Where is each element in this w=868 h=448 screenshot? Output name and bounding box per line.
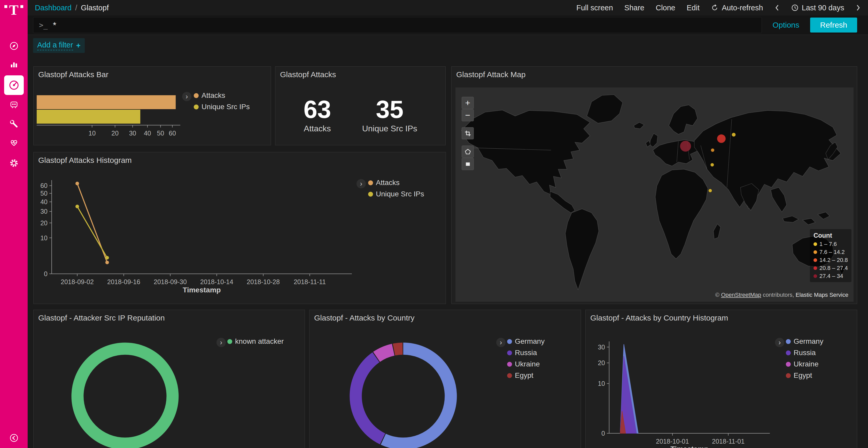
legend-toggle-button[interactable]: ›: [356, 179, 366, 188]
sidebar-item-visualize[interactable]: [9, 59, 19, 69]
data-point[interactable]: [75, 205, 79, 208]
legend-toggle-button[interactable]: ›: [216, 338, 226, 347]
legend-label: Attacks: [202, 91, 225, 100]
legend-label: Ukraine: [515, 360, 540, 368]
legend-item[interactable]: Germany: [507, 337, 545, 346]
legend-toggle-button[interactable]: ›: [182, 92, 191, 101]
chart-legend: AttacksUnique Src IPs: [194, 91, 250, 111]
y-tick-label: 0: [44, 270, 48, 277]
fit-bounds-button[interactable]: [462, 127, 474, 139]
share-button[interactable]: Share: [624, 4, 644, 12]
legend-item[interactable]: Ukraine: [507, 360, 545, 368]
options-link[interactable]: Options: [773, 21, 799, 29]
clock-icon: [791, 4, 799, 12]
map-marker[interactable]: [717, 134, 726, 143]
continents: [461, 95, 845, 290]
legend-label: Russia: [515, 349, 537, 357]
line-chart[interactable]: 01020304050602018-09-022018-09-162018-09…: [34, 152, 445, 304]
bar-Unique Src IPs[interactable]: [37, 110, 140, 124]
full-screen-button[interactable]: Full screen: [576, 4, 613, 12]
map-legend-dot: [813, 250, 817, 254]
map-legend-dot: [813, 266, 817, 270]
add-filter-link[interactable]: Add a filter +: [33, 38, 85, 53]
legend-label: Germany: [515, 337, 545, 346]
legend-toggle-button[interactable]: ›: [775, 338, 784, 347]
map-marker[interactable]: [710, 163, 714, 167]
metric-value: 35: [362, 97, 417, 122]
breadcrumb-separator: /: [75, 4, 77, 12]
legend-item[interactable]: Egypt: [507, 371, 545, 380]
x-tick-label: 20: [111, 130, 119, 137]
bar-chart[interactable]: 102030405060: [37, 94, 181, 140]
legend-item[interactable]: Attacks: [194, 91, 250, 100]
donut-chart[interactable]: [348, 341, 458, 448]
x-tick-label: 10: [88, 130, 96, 137]
edit-button[interactable]: Edit: [687, 4, 700, 12]
legend-item[interactable]: Attacks: [368, 179, 424, 187]
legend-item[interactable]: Unique Src IPs: [194, 103, 250, 111]
elastic-maps-service-text: Elastic Maps Service: [796, 291, 848, 298]
heartbeat-icon: [9, 138, 19, 148]
mask-icon: [9, 99, 19, 110]
data-point[interactable]: [105, 256, 109, 260]
map-marker[interactable]: [680, 141, 691, 152]
series-line-Unique Src IPs[interactable]: [77, 206, 107, 258]
sidebar-item-monitoring[interactable]: [9, 138, 19, 148]
crop-icon: [464, 130, 471, 137]
telekom-logo[interactable]: T: [0, 3, 28, 17]
polygon-select-button[interactable]: [462, 145, 474, 158]
legend-item[interactable]: Ukraine: [786, 360, 823, 368]
legend-item[interactable]: Germany: [786, 337, 823, 346]
legend-dot: [507, 339, 512, 344]
data-point[interactable]: [75, 182, 79, 185]
legend-dot: [368, 192, 373, 197]
legend-dot: [368, 180, 373, 185]
refresh-button[interactable]: Refresh: [810, 18, 857, 33]
legend-item[interactable]: Unique Src IPs: [368, 190, 424, 198]
legend-dot: [786, 350, 791, 355]
donut-chart[interactable]: [70, 341, 180, 448]
y-tick-label: 30: [40, 208, 48, 215]
map-marker[interactable]: [732, 133, 736, 137]
sidebar-item-management[interactable]: [9, 158, 19, 168]
y-tick-label: 50: [40, 190, 48, 197]
zoom-out-button[interactable]: −: [462, 109, 474, 121]
time-back-button[interactable]: [774, 4, 780, 12]
sidebar-item-dev-tools[interactable]: [9, 119, 19, 129]
kibana-dashboard: { "ui": { "legend_toggle": "›" }, "color…: [0, 0, 868, 448]
zoom-in-button[interactable]: +: [462, 97, 474, 109]
sidebar-item-dashboard-active[interactable]: [4, 75, 24, 95]
map-marker[interactable]: [708, 189, 712, 193]
rectangle-select-button[interactable]: [462, 158, 474, 170]
copyright-symbol: ©: [715, 291, 719, 298]
map-legend-range: 7.6 – 14.2: [819, 249, 845, 255]
sidebar-item-discover[interactable]: [9, 41, 19, 51]
legend-item[interactable]: Egypt: [786, 371, 823, 380]
time-range-picker[interactable]: Last 90 days: [791, 4, 844, 12]
bar-Attacks[interactable]: [37, 95, 176, 109]
search-input[interactable]: >_ *: [33, 17, 762, 33]
x-tick-label: 50: [157, 130, 164, 137]
x-tick-label: 2018-11-11: [294, 278, 326, 285]
world-map[interactable]: + − Count 1 – 7.67.6 – 14.214.2 – 20.820…: [456, 88, 854, 302]
openstreetmap-link[interactable]: OpenStreetMap: [721, 291, 761, 298]
legend-label: Ukraine: [794, 360, 818, 368]
breadcrumb-dashboard-link[interactable]: Dashboard: [35, 4, 71, 12]
pie-slice-known attacker[interactable]: [78, 349, 173, 444]
time-forward-button[interactable]: [856, 4, 861, 12]
sidebar-item-timelion[interactable]: [9, 99, 19, 110]
auto-refresh-button[interactable]: Auto-refresh: [711, 4, 763, 12]
chart-legend: GermanyRussiaUkraineEgypt: [786, 337, 823, 380]
wrench-icon: [9, 119, 19, 129]
data-point[interactable]: [105, 261, 109, 264]
legend-item[interactable]: Russia: [786, 349, 823, 357]
collapse-sidebar-button[interactable]: [9, 433, 19, 443]
legend-label: Attacks: [376, 179, 400, 187]
map-marker[interactable]: [711, 148, 715, 152]
legend-toggle-button[interactable]: ›: [496, 338, 505, 347]
clone-button[interactable]: Clone: [656, 4, 675, 12]
panel-title: Glastopf Attacks Bar: [38, 70, 108, 79]
legend-label: Unique Src IPs: [376, 190, 424, 198]
legend-item[interactable]: Russia: [507, 349, 545, 357]
legend-item[interactable]: known attacker: [227, 337, 284, 346]
